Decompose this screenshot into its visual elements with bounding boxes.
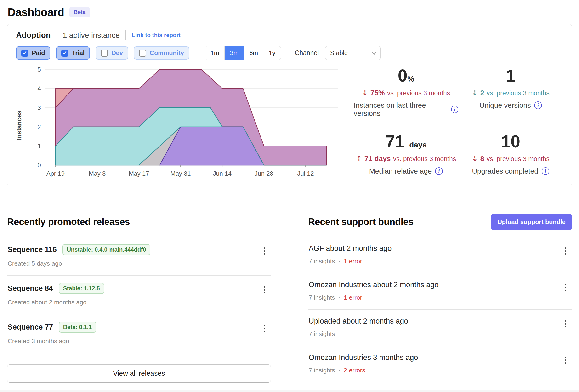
bundle-row[interactable]: AGF about 2 months ago 7 insights · 1 er…	[308, 237, 572, 273]
kebab-menu-icon[interactable]	[262, 246, 267, 256]
svg-text:5: 5	[38, 66, 41, 73]
kebab-menu-icon[interactable]	[262, 285, 267, 295]
stat-value: 71 days	[385, 133, 427, 150]
kebab-menu-icon[interactable]	[563, 319, 568, 329]
bundle-insights: 7 insights	[309, 330, 335, 338]
info-icon[interactable]: i	[451, 106, 458, 113]
trend-up-icon: ⇡	[356, 154, 362, 163]
release-title: Sequence 77	[8, 323, 53, 331]
view-all-releases-button[interactable]: View all releases	[7, 364, 271, 383]
checkbox-empty-icon	[139, 50, 146, 57]
checkbox-checked-icon: ✓	[61, 50, 69, 57]
adoption-chart: Instances 012345Apr 19May 3May 17May 31J…	[16, 66, 347, 181]
support-bundles-section: Recent support bundles Upload support bu…	[308, 213, 572, 383]
page-header: Dashboard Beta	[7, 6, 572, 19]
releases-section: Recently promoted releases Sequence 116 …	[7, 213, 271, 383]
y-axis-title: Instances	[15, 110, 23, 140]
svg-text:4: 4	[38, 85, 41, 92]
active-instance-count: 1 active instance	[63, 31, 120, 40]
adoption-card: Adoption 1 active instance Link to this …	[7, 24, 572, 187]
releases-header: Recently promoted releases	[7, 213, 271, 230]
stats-grid: 0% ⇣ 75% vs. previous 3 months Instances…	[354, 67, 563, 181]
releases-heading: Recently promoted releases	[7, 217, 130, 227]
range-1y-button[interactable]: 1y	[263, 46, 280, 60]
adoption-card-header: Adoption 1 active instance Link to this …	[16, 30, 563, 40]
info-icon[interactable]: i	[534, 101, 542, 109]
checkbox-checked-icon: ✓	[21, 50, 28, 57]
bundle-errors: 1 error	[344, 258, 362, 265]
bundle-insights: 7 insights	[309, 258, 335, 265]
chart-and-stats: Instances 012345Apr 19May 3May 17May 31J…	[16, 66, 563, 181]
release-version-badge: Unstable: 0.4.0-main.444ddf0	[63, 244, 150, 255]
checkbox-empty-icon	[101, 50, 108, 57]
svg-text:1: 1	[38, 142, 41, 150]
filter-label: Community	[150, 49, 184, 57]
stat-label: Instances on last three versions i	[354, 101, 458, 118]
trend-down-icon: ⇣	[362, 89, 368, 97]
svg-text:3: 3	[38, 104, 41, 111]
svg-text:2: 2	[38, 123, 41, 131]
divider	[57, 30, 57, 40]
filter-label: Paid	[32, 49, 45, 57]
link-to-report[interactable]: Link to this report	[132, 32, 181, 39]
dot-separator: ·	[338, 294, 341, 301]
channel-select[interactable]: Stable	[325, 46, 381, 60]
bundle-insights: 7 insights	[309, 367, 335, 374]
bundle-errors: 1 error	[344, 294, 362, 301]
bundle-title: Uploaded about 2 months ago	[309, 317, 408, 326]
svg-text:Jul 12: Jul 12	[297, 170, 314, 177]
time-range-group: 1m 3m 6m 1y	[205, 46, 281, 60]
release-created: Created 5 days ago	[8, 260, 270, 267]
stat-value: 1	[506, 67, 515, 84]
filter-dev[interactable]: Dev	[95, 46, 128, 60]
info-icon[interactable]: i	[542, 167, 549, 175]
bundle-row[interactable]: Omozan Industries about 2 months ago 7 i…	[308, 273, 572, 310]
filter-community[interactable]: Community	[134, 46, 189, 60]
stacked-area-chart: 012345Apr 19May 3May 17May 31Jun 14Jun 2…	[30, 66, 347, 181]
stat-value: 10	[501, 133, 520, 150]
filter-paid[interactable]: ✓ Paid	[16, 46, 50, 60]
channel-label: Channel	[295, 49, 319, 57]
release-row[interactable]: Sequence 84 Stable: 1.12.5 Created about…	[7, 276, 271, 315]
release-row[interactable]: Sequence 116 Unstable: 0.4.0-main.444ddf…	[7, 237, 271, 276]
kebab-menu-icon[interactable]	[563, 355, 568, 365]
stat-median-relative-age: 71 days ⇡ 71 days vs. previous 3 months …	[354, 133, 458, 175]
upload-support-bundle-button[interactable]: Upload support bundle	[491, 214, 572, 230]
stat-delta: ⇡ 71 days vs. previous 3 months	[356, 154, 456, 163]
bundles-heading: Recent support bundles	[308, 217, 414, 227]
page-title: Dashboard	[8, 6, 64, 19]
stat-label: Upgrades completed i	[472, 167, 549, 175]
info-icon[interactable]: i	[435, 167, 443, 175]
release-created: Created about 2 months ago	[8, 299, 270, 306]
stat-instances-last-three-versions: 0% ⇣ 75% vs. previous 3 months Instances…	[354, 67, 458, 118]
release-version-badge: Beta: 0.1.1	[59, 322, 96, 333]
svg-text:May 31: May 31	[170, 170, 191, 177]
bundle-errors: 2 errors	[344, 367, 365, 374]
filter-label: Trial	[72, 49, 84, 57]
svg-text:Jun 14: Jun 14	[213, 170, 231, 177]
range-3m-button[interactable]: 3m	[224, 46, 244, 60]
range-6m-button[interactable]: 6m	[244, 46, 263, 60]
filter-trial[interactable]: ✓ Trial	[56, 46, 90, 60]
kebab-menu-icon[interactable]	[563, 246, 568, 256]
bundle-row[interactable]: Omozan Industries 3 months ago 7 insight…	[308, 346, 572, 382]
range-1m-button[interactable]: 1m	[205, 46, 224, 60]
kebab-menu-icon[interactable]	[563, 282, 568, 292]
channel-selected-value: Stable	[330, 49, 348, 57]
stat-delta: ⇣ 2 vs. previous 3 months	[472, 89, 549, 97]
stat-unique-versions: 1 ⇣ 2 vs. previous 3 months Unique versi…	[458, 67, 563, 118]
stat-upgrades-completed: 10 ⇣ 8 vs. previous 3 months Upgrades co…	[458, 133, 563, 175]
bundle-row[interactable]: Uploaded about 2 months ago 7 insights	[308, 310, 572, 346]
svg-text:Jun 28: Jun 28	[255, 170, 273, 177]
kebab-menu-icon[interactable]	[262, 324, 267, 334]
adoption-title: Adoption	[16, 31, 51, 40]
beta-badge: Beta	[70, 7, 90, 17]
dashboard-page: Dashboard Beta Adoption 1 active instanc…	[0, 0, 579, 392]
stat-delta: ⇣ 8 vs. previous 3 months	[472, 154, 549, 163]
dot-separator: ·	[338, 258, 341, 265]
release-row[interactable]: Sequence 77 Beta: 0.1.1 Created 3 months…	[7, 315, 271, 353]
stat-label: Median relative age i	[369, 167, 443, 175]
stat-value: 0%	[398, 67, 414, 84]
trend-down-icon: ⇣	[472, 89, 478, 97]
channel-control: Channel Stable	[295, 46, 381, 60]
